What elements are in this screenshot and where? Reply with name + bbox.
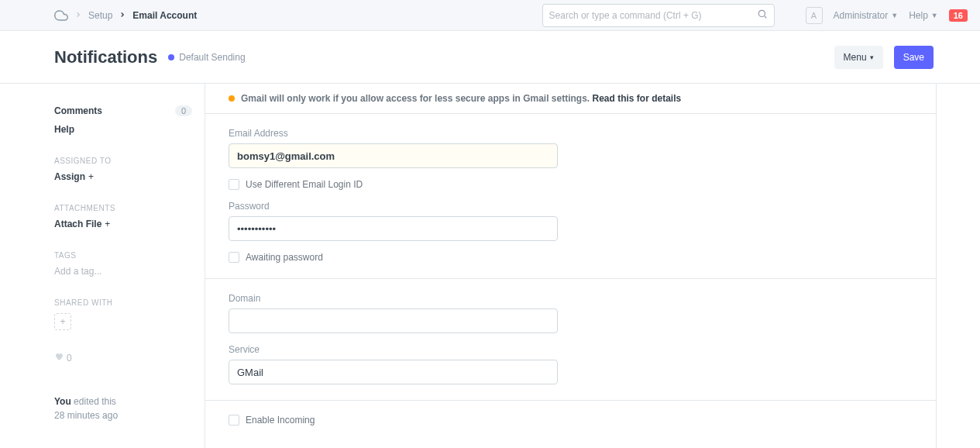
checkbox-use-diff-login[interactable]: Use Different Email Login ID xyxy=(229,179,913,190)
breadcrumb-setup[interactable]: Setup xyxy=(88,10,112,21)
form-section-domain: Domain Service xyxy=(205,279,936,401)
help-label: Help xyxy=(54,124,74,135)
caret-down-icon: ▾ xyxy=(870,53,874,61)
plus-icon: + xyxy=(88,171,94,182)
search-input-wrap[interactable] xyxy=(542,4,775,27)
use-diff-login-label: Use Different Email Login ID xyxy=(246,179,363,190)
menu-button[interactable]: Menu ▾ xyxy=(834,46,883,69)
checkbox-enable-incoming[interactable]: Enable Incoming xyxy=(229,415,913,426)
layout: Comments 0 Help ASSIGNED TO Assign + ATT… xyxy=(0,84,980,448)
form-section-credentials: Email Address Use Different Email Login … xyxy=(205,114,936,279)
banner-link[interactable]: Read this for details xyxy=(593,93,682,104)
domain-input[interactable] xyxy=(229,308,558,333)
warning-dot-icon xyxy=(229,95,235,102)
menu-label: Menu xyxy=(844,52,867,63)
search-icon xyxy=(757,9,768,22)
heart-icon xyxy=(54,352,64,364)
checkbox-awaiting-password[interactable]: Awaiting password xyxy=(229,252,913,263)
page-title: Notifications xyxy=(54,47,157,67)
enable-incoming-label: Enable Incoming xyxy=(246,415,315,426)
timeline-you: You xyxy=(54,396,71,407)
timeline-entry: You edited this 28 minutes ago xyxy=(54,395,192,422)
user-name: Administrator xyxy=(834,10,889,21)
comments-label: Comments xyxy=(54,105,102,116)
add-share-button[interactable]: + xyxy=(54,313,71,330)
warning-banner: Gmail will only work if you allow access… xyxy=(205,84,936,114)
section-attachments: ATTACHMENTS xyxy=(54,204,192,212)
section-shared-with: SHARED WITH xyxy=(54,298,192,307)
avatar[interactable]: A xyxy=(806,7,823,24)
svg-point-0 xyxy=(758,10,765,16)
status-text: Default Sending xyxy=(179,52,245,63)
service-label: Service xyxy=(229,344,558,355)
sidebar: Comments 0 Help ASSIGNED TO Assign + ATT… xyxy=(0,84,205,448)
status-badge: Default Sending xyxy=(168,52,245,63)
plus-icon: + xyxy=(105,219,110,229)
banner-text: Gmail will only work if you allow access… xyxy=(241,93,593,104)
top-bar: Setup Email Account A Administrator ▼ He… xyxy=(0,0,980,31)
status-dot-icon xyxy=(168,54,174,60)
password-label: Password xyxy=(229,201,558,212)
breadcrumb: Setup Email Account xyxy=(54,9,535,22)
assign-button[interactable]: Assign + xyxy=(54,171,192,182)
save-label: Save xyxy=(903,52,924,63)
timeline-time: 28 minutes ago xyxy=(54,410,118,421)
save-button[interactable]: Save xyxy=(894,46,934,69)
email-input[interactable] xyxy=(229,143,558,168)
service-input[interactable] xyxy=(229,360,558,384)
field-domain: Domain xyxy=(229,293,558,333)
help-menu[interactable]: Help ▼ xyxy=(909,10,938,21)
field-email: Email Address xyxy=(229,128,558,168)
chevron-right-icon xyxy=(74,10,82,21)
help-label: Help xyxy=(909,10,928,21)
awaiting-password-label: Awaiting password xyxy=(246,252,323,263)
title-bar: Notifications Default Sending Menu ▾ Sav… xyxy=(0,31,980,84)
comments-count: 0 xyxy=(175,105,192,116)
likes[interactable]: 0 xyxy=(54,352,192,364)
checkbox-icon xyxy=(229,415,239,426)
domain-label: Domain xyxy=(229,293,558,304)
section-tags: TAGS xyxy=(54,251,192,260)
tag-input[interactable]: Add a tag... xyxy=(54,266,192,277)
section-assigned-to: ASSIGNED TO xyxy=(54,157,192,165)
user-menu[interactable]: Administrator ▼ xyxy=(834,10,899,21)
attach-file-label: Attach File xyxy=(54,219,101,229)
likes-count: 0 xyxy=(67,353,72,364)
checkbox-icon xyxy=(229,179,239,190)
timeline-action: edited this xyxy=(71,396,116,407)
breadcrumb-current: Email Account xyxy=(132,10,197,21)
sidebar-item-help[interactable]: Help xyxy=(54,124,192,135)
email-label: Email Address xyxy=(229,128,558,139)
chevron-right-icon xyxy=(119,10,126,21)
sidebar-item-comments[interactable]: Comments 0 xyxy=(54,105,192,116)
user-area: A Administrator ▼ Help ▼ 16 xyxy=(806,7,968,24)
svg-line-1 xyxy=(764,16,766,19)
checkbox-icon xyxy=(229,252,239,263)
main-form: Gmail will only work if you allow access… xyxy=(205,84,937,448)
form-section-incoming: Enable Incoming xyxy=(205,401,936,441)
password-input[interactable] xyxy=(229,216,558,241)
caret-down-icon: ▼ xyxy=(931,12,938,19)
notification-count[interactable]: 16 xyxy=(949,9,968,22)
caret-down-icon: ▼ xyxy=(891,12,898,19)
attach-file-button[interactable]: Attach File + xyxy=(54,219,192,229)
cloud-icon xyxy=(54,9,68,22)
field-password: Password xyxy=(229,201,558,241)
search-input[interactable] xyxy=(549,10,757,21)
assign-label: Assign xyxy=(54,171,85,182)
field-service: Service xyxy=(229,344,558,384)
plus-icon: + xyxy=(60,316,65,327)
